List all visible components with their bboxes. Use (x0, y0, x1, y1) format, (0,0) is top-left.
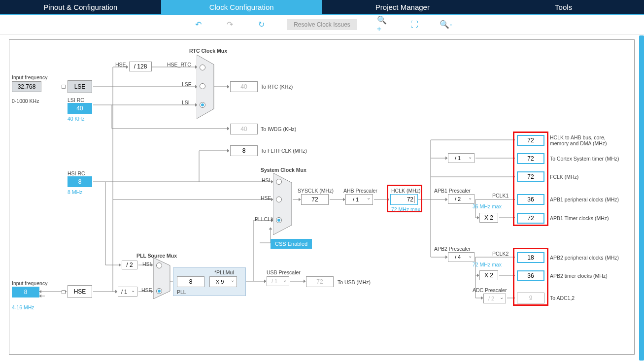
block-hsi-rc: 8 (68, 176, 92, 187)
label-apb2-presc: APB2 Prescaler (434, 246, 471, 252)
label-pllmul: *PLLMul (214, 269, 234, 275)
mux-pll-source (153, 258, 172, 299)
block-lsi-rc: 40 (68, 103, 92, 114)
field-sysclk[interactable]: 72 (301, 194, 329, 205)
label-out-apb1p: APB1 peripheral clocks (MHz) (550, 197, 619, 202)
label-out-hclk-ahb: HCLK to AHB bus, core, memory and DMA (M… (550, 134, 614, 146)
label-lsi-rc: LSI RC (68, 97, 84, 103)
redo-icon: ↷ (224, 19, 236, 31)
select-pll-mul[interactable]: X 9 (209, 276, 237, 287)
label-usb-presc: USB Prescaler (267, 269, 301, 275)
out-fclk[interactable]: 72 (517, 171, 544, 182)
block-hse: HSE (68, 285, 92, 298)
select-apb1-div[interactable]: / 2 (448, 194, 475, 204)
zoom-out-icon[interactable]: 🔍- (440, 19, 452, 31)
toolbar: ↶ ↷ ↻ Resolve Clock Issues 🔍+ ⛶ 🔍- (0, 15, 644, 34)
undo-icon[interactable]: ↶ (192, 19, 204, 31)
label-input-freq-lse: Input frequency (12, 74, 47, 80)
label-sys-mux: System Clock Mux (261, 167, 306, 173)
out-apb2p[interactable]: 18 (517, 252, 544, 263)
label-pclk1: PCLK1 (492, 193, 508, 198)
block-apb2-mul: X 2 (479, 270, 498, 280)
label-sys-hse: HSE (261, 195, 271, 201)
radio-rtc-hse[interactable] (200, 65, 205, 70)
label-hsi-rc: HSI RC (68, 170, 85, 176)
tab-pinout[interactable]: Pinout & Configuration (0, 0, 161, 14)
select-hse-div[interactable]: / 1 (118, 287, 137, 297)
tab-clock[interactable]: Clock Configuration (161, 0, 322, 14)
block-lse: LSE (68, 80, 92, 93)
field-iwdg-out: 40 (230, 124, 258, 134)
label-sys-pllclk: PLLCLK (255, 216, 274, 222)
field-hse-freq[interactable]: 8 (12, 287, 39, 297)
field-hclk[interactable]: 72 (390, 194, 418, 205)
handle-lse[interactable] (62, 85, 66, 89)
handle-hse[interactable] (62, 290, 66, 294)
zoom-in-icon[interactable]: 🔍+ (377, 19, 389, 31)
radio-sys-hsi[interactable] (276, 179, 282, 185)
label-apb2-max: 72 MHz max (473, 262, 502, 267)
radio-rtc-lse[interactable] (200, 83, 205, 89)
label-hsi-note: 8 MHz (68, 189, 82, 195)
label-pclk2: PCLK2 (492, 251, 508, 257)
scrollbar-vertical[interactable] (639, 35, 644, 361)
out-adc: 9 (517, 293, 544, 303)
radio-sys-hse[interactable] (276, 197, 282, 202)
label-pllsrc-hse: HSE (141, 287, 152, 293)
radio-sys-pllclk[interactable] (276, 217, 282, 223)
css-enabled-button[interactable]: CSS Enabled (271, 239, 312, 249)
clock-diagram[interactable]: Input frequency 32.768 0-1000 KHz LSE LS… (9, 39, 635, 355)
field-lse-freq[interactable]: 32.768 (12, 81, 41, 92)
radio-rtc-lsi[interactable] (200, 102, 205, 108)
label-out-adc: To ADC1,2 (550, 295, 575, 301)
label-hse-rtc: HSE_RTC (167, 62, 191, 67)
fit-icon[interactable]: ⛶ (408, 19, 420, 31)
label-lse-range: 0-1000 KHz (12, 98, 39, 104)
main-tabs: Pinout & Configuration Clock Configurati… (0, 0, 644, 15)
label-sys-hsi: HSI (262, 177, 271, 183)
label-apb1-max: 36 MHz max (473, 203, 502, 209)
label-out-apb2p: APB2 peripheral clocks (MHz) (550, 255, 619, 261)
field-flitf-out: 8 (230, 145, 258, 156)
label-out-apb1t: APB1 Timer clocks (MHz) (550, 215, 609, 221)
label-pll: PLL (177, 289, 186, 295)
refresh-icon[interactable]: ↻ (255, 19, 267, 31)
out-apb2t[interactable]: 36 (517, 270, 544, 281)
label-adc-presc: ADC Prescaler (473, 287, 507, 293)
label-out-apb2t: APB2 timer clocks (MHz) (550, 273, 608, 279)
block-apb1-mul: X 2 (479, 213, 498, 223)
label-pllsrc-hsi: HSI (142, 261, 151, 267)
select-cortex-div[interactable]: / 1 (448, 153, 475, 163)
label-usb-out: To USB (MHz) (338, 279, 371, 285)
field-pll-input: 8 (177, 276, 204, 287)
out-apb1t[interactable]: 72 (517, 213, 544, 224)
select-adc-div[interactable]: / 2 (483, 294, 506, 303)
label-out-cortex: To Cortex System timer (MHz) (550, 156, 619, 162)
label-lse-in: LSE (182, 81, 192, 87)
label-iwdg-out: To IWDG (KHz) (261, 126, 296, 132)
label-rtc-out: To RTC (KHz) (261, 84, 293, 90)
block-hsi-div2: / 2 (122, 261, 137, 269)
select-usb-div[interactable]: / 1 (267, 276, 289, 286)
field-usb-out: 72 (306, 276, 334, 287)
label-ahb-presc: AHB Prescaler (343, 188, 377, 194)
label-apb1-presc: APB1 Prescaler (434, 188, 471, 194)
label-rtc-mux: RTC Clock Mux (189, 48, 227, 54)
value-hclk: 72 (407, 196, 413, 203)
out-hclk-ahb[interactable]: 72 (517, 135, 544, 146)
label-lsi-note: 40 KHz (68, 116, 84, 122)
select-ahb-div[interactable]: / 1 (345, 194, 373, 205)
radio-pllsrc-hsi[interactable] (156, 263, 162, 268)
select-apb2-div[interactable]: / 4 (448, 252, 475, 262)
label-hse-range: 4-16 MHz (12, 304, 34, 310)
label-out-fclk: FCLK (MHz) (550, 174, 578, 180)
mux-system-clock (273, 173, 294, 235)
tab-project[interactable]: Project Manager (322, 0, 483, 14)
out-cortex[interactable]: 72 (517, 153, 544, 164)
out-apb1p[interactable]: 36 (517, 194, 544, 205)
radio-pllsrc-hse[interactable] (156, 288, 162, 294)
tab-tools[interactable]: Tools (483, 0, 644, 14)
label-flitf-out: To FLITFCLK (MHz) (261, 148, 307, 154)
field-rtc-out[interactable]: 40 (230, 81, 258, 92)
resolve-clock-button: Resolve Clock Issues (287, 19, 357, 30)
